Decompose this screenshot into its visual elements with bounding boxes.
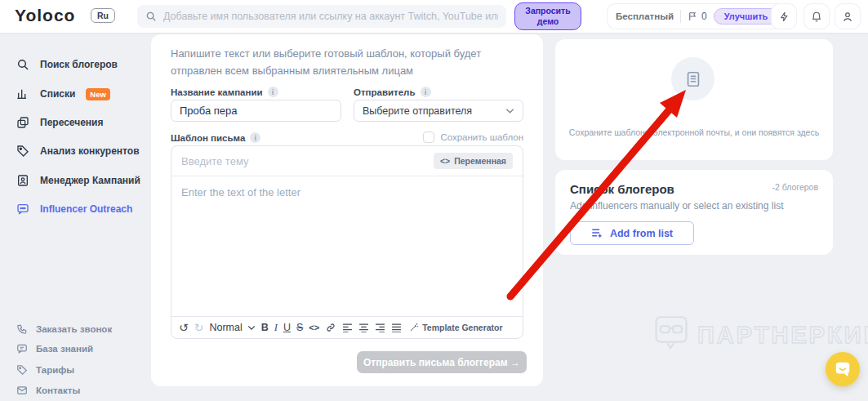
sidebar-item-label: Поиск блогеров	[40, 59, 118, 70]
search-bar[interactable]	[137, 5, 506, 28]
save-template-label: Сохранить шаблон	[440, 132, 523, 142]
search-icon	[145, 11, 157, 22]
envelope-icon	[16, 385, 28, 396]
bar-chart-icon	[16, 87, 29, 100]
sidebar-item-influencer-outreach[interactable]: Influencer Outreach	[16, 203, 132, 216]
person-card-icon	[16, 174, 29, 187]
sidebar-item-label: Тарифы	[36, 365, 74, 375]
align-justify-icon[interactable]	[391, 323, 402, 332]
sidebar-item-label: Influencer Outreach	[40, 203, 132, 215]
magic-wand-icon	[409, 323, 419, 332]
sidebar-item-order-call[interactable]: Заказать звонок	[16, 323, 112, 335]
overlap-icon	[16, 116, 29, 129]
redo-icon[interactable]: ↻	[194, 322, 204, 333]
sidebar-item-intersections[interactable]: Пересечения	[16, 116, 103, 129]
sender-label: Отправитель i	[354, 87, 431, 97]
new-badge: New	[86, 88, 110, 100]
phone-icon	[16, 323, 28, 335]
undo-icon[interactable]: ↺	[179, 322, 189, 333]
divider	[680, 10, 681, 23]
campaign-name-label: Название кампании i	[171, 87, 278, 97]
info-icon[interactable]: i	[268, 87, 278, 97]
search-icon	[16, 58, 29, 71]
bell-icon	[811, 11, 822, 23]
campaign-form-card: Напишите текст или выберите готовый шабл…	[151, 34, 543, 386]
letter-editor: <> Переменная Enter the text of the lett…	[171, 145, 523, 339]
campaign-name-input[interactable]	[171, 100, 341, 122]
editor-toolbar: ↺ ↻ Normal B I U S <> Template Generator	[171, 316, 523, 338]
template-icon-circle	[671, 57, 714, 100]
sender-select[interactable]: Выберите отправителя	[354, 100, 523, 122]
chat-dots-icon	[16, 203, 29, 216]
variable-chip-button[interactable]: <> Переменная	[434, 153, 513, 169]
bloggers-list-card: Список блогеров -2 блогеров Add influenc…	[555, 170, 833, 255]
sidebar-item-search-bloggers[interactable]: Поиск блогеров	[16, 58, 118, 71]
speech-bubble-icon	[16, 343, 28, 354]
partnerkin-watermark: ПАРТНЕРКИН	[653, 314, 868, 355]
link-button[interactable]	[325, 323, 336, 332]
align-right-icon[interactable]	[375, 323, 385, 332]
sidebar-item-label: База знаний	[36, 344, 93, 354]
info-icon[interactable]: i	[250, 132, 260, 143]
align-center-icon[interactable]	[358, 323, 369, 332]
sidebar-item-label: Пересечения	[40, 117, 103, 128]
sidebar-item-campaign-manager[interactable]: Менеджер Кампаний	[16, 174, 140, 187]
save-template-toggle[interactable]: Сохранить шаблон	[423, 131, 523, 143]
chevron-down-icon	[247, 325, 256, 331]
watermark-logo-icon	[653, 314, 689, 355]
upgrade-button[interactable]: Улучшить	[714, 8, 779, 25]
user-icon	[842, 11, 853, 23]
sidebar-item-label: Заказать звонок	[36, 324, 112, 334]
request-demo-button[interactable]: Запросить демо	[514, 2, 581, 30]
add-from-list-button[interactable]: Add from list	[570, 221, 694, 245]
chevron-down-icon	[505, 108, 514, 114]
chat-widget-button[interactable]	[826, 352, 860, 386]
info-icon[interactable]: i	[421, 87, 431, 97]
lightning-icon	[779, 11, 790, 23]
watermark-text: ПАРТНЕРКИН	[697, 322, 868, 349]
flag-count-value: 0	[701, 11, 707, 22]
sidebar-item-competitor-analysis[interactable]: Анализ конкурентов	[16, 145, 140, 158]
underline-button[interactable]: U	[283, 323, 291, 333]
yoloco-logo[interactable]: Yoloco	[15, 6, 75, 25]
save-template-checkbox[interactable]	[423, 131, 434, 143]
letter-body-input[interactable]: Enter the text of the letter	[171, 176, 523, 208]
subject-input[interactable]	[181, 155, 434, 167]
subject-row: <> Переменная	[171, 146, 523, 176]
sidebar-item-knowledge-base[interactable]: База знаний	[16, 343, 93, 354]
notifications-button[interactable]	[804, 4, 829, 29]
paragraph-style-select[interactable]: Normal	[209, 322, 255, 333]
template-generator-button[interactable]: Template Generator	[409, 323, 502, 332]
plan-label: Бесплатный	[616, 11, 674, 21]
sidebar-item-tariffs[interactable]: Тарифы	[16, 364, 74, 376]
saved-templates-card: Сохраните шаблоны электронной почты, и о…	[555, 39, 833, 160]
sender-select-value: Выберите отправителя	[363, 105, 472, 117]
send-letters-button[interactable]: Отправить письма блоггерам →	[357, 351, 527, 373]
templates-empty-text: Сохраните шаблоны электронной почты, и о…	[555, 127, 833, 137]
sidebar-item-lists[interactable]: Списки New	[16, 87, 110, 100]
code-button[interactable]: <>	[309, 323, 319, 332]
bloggers-list-title: Список блогеров	[570, 182, 674, 196]
bloggers-count: -2 блогеров	[772, 182, 818, 192]
tag-icon	[16, 145, 29, 158]
bloggers-list-subtitle: Add influencers manually or select an ex…	[570, 200, 818, 212]
top-header: Yoloco Ru Запросить демо Бесплатный 0 Ул…	[0, 0, 868, 33]
sidebar-item-contacts[interactable]: Контакты	[16, 385, 80, 396]
align-left-icon[interactable]	[342, 323, 353, 332]
chat-smile-icon	[834, 360, 852, 378]
activity-button[interactable]	[772, 4, 796, 29]
bold-button[interactable]: B	[261, 323, 269, 333]
sidebar-item-label: Списки	[40, 88, 75, 100]
strikethrough-button[interactable]: S	[296, 323, 303, 333]
form-description: Напишите текст или выберите готовый шабл…	[171, 45, 527, 80]
locale-badge[interactable]: Ru	[91, 8, 115, 23]
italic-button[interactable]: I	[274, 323, 278, 333]
document-icon	[684, 70, 702, 88]
sidebar-item-label: Менеджер Кампаний	[40, 175, 140, 186]
profile-button[interactable]	[835, 4, 860, 29]
search-input[interactable]	[163, 11, 498, 22]
tag-icon	[16, 364, 28, 376]
code-icon: <>	[440, 156, 450, 166]
list-plus-icon	[591, 228, 603, 238]
flag-counter: 0	[688, 11, 707, 22]
